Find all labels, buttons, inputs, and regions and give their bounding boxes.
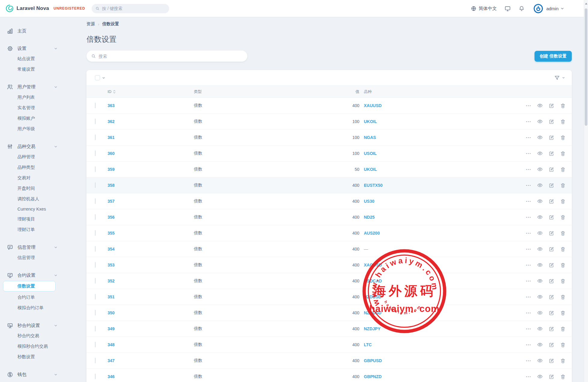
sidebar-item[interactable]: 理财订单 bbox=[7, 224, 69, 235]
view-eye-icon[interactable] bbox=[537, 150, 543, 156]
row-id-link[interactable]: 351 bbox=[108, 294, 194, 299]
row-id-link[interactable]: 350 bbox=[108, 310, 194, 315]
more-actions-icon[interactable] bbox=[526, 230, 531, 236]
table-row[interactable]: 360 倍数 100 USOIL bbox=[87, 146, 572, 162]
sidebar-item[interactable]: 交易对 bbox=[7, 173, 69, 183]
delete-trash-icon[interactable] bbox=[560, 230, 566, 236]
sidebar-item[interactable]: 秒合约交易 bbox=[7, 331, 69, 341]
chevron-down-icon[interactable] bbox=[54, 85, 58, 89]
row-id-link[interactable]: 346 bbox=[108, 374, 194, 379]
delete-trash-icon[interactable] bbox=[560, 246, 566, 252]
delete-trash-icon[interactable] bbox=[560, 167, 566, 172]
row-symbol-link[interactable]: NGAS bbox=[359, 135, 515, 140]
view-eye-icon[interactable] bbox=[537, 342, 543, 348]
row-id-link[interactable]: 360 bbox=[108, 151, 194, 156]
more-actions-icon[interactable] bbox=[526, 294, 531, 300]
row-id-link[interactable]: 354 bbox=[108, 247, 194, 251]
sidebar-item[interactable]: Currency Kxes bbox=[7, 204, 69, 214]
sidebar-item[interactable]: 模拟账户 bbox=[7, 113, 69, 124]
row-checkbox[interactable] bbox=[95, 214, 96, 220]
sidebar-item[interactable]: 用户等级 bbox=[7, 124, 69, 134]
scrollbar-up-arrow[interactable] bbox=[585, 3, 587, 5]
chevron-down-icon[interactable] bbox=[560, 7, 564, 11]
chevron-down-icon[interactable] bbox=[54, 145, 58, 149]
row-checkbox[interactable] bbox=[95, 278, 96, 284]
edit-pencil-icon[interactable] bbox=[549, 183, 554, 188]
row-symbol-link[interactable]: LTC bbox=[359, 342, 515, 347]
table-row[interactable]: 347 倍数 400 GBPUSD bbox=[87, 353, 572, 369]
row-symbol-link[interactable]: GBPUSD bbox=[359, 358, 515, 363]
more-actions-icon[interactable] bbox=[526, 151, 531, 156]
row-symbol-link[interactable]: EUSTX50 bbox=[359, 183, 515, 188]
row-symbol-link[interactable]: NZDJPY bbox=[359, 326, 515, 331]
row-checkbox[interactable] bbox=[95, 262, 96, 268]
edit-pencil-icon[interactable] bbox=[549, 246, 554, 252]
table-row[interactable]: 359 倍数 50 UKOIL bbox=[87, 162, 572, 177]
chevron-down-icon[interactable] bbox=[54, 373, 58, 377]
delete-trash-icon[interactable] bbox=[560, 358, 566, 364]
language-switcher[interactable]: 简体中文 bbox=[471, 6, 497, 11]
view-eye-icon[interactable] bbox=[537, 214, 543, 220]
sidebar-group-header[interactable]: 钱包 bbox=[7, 369, 69, 380]
more-actions-icon[interactable] bbox=[526, 262, 531, 268]
row-symbol-link[interactable]: AUS200 bbox=[359, 231, 515, 236]
sidebar-item[interactable]: 秒数设置 bbox=[7, 352, 69, 362]
edit-pencil-icon[interactable] bbox=[549, 358, 554, 364]
edit-pencil-icon[interactable] bbox=[549, 310, 554, 316]
delete-trash-icon[interactable] bbox=[560, 135, 566, 140]
row-id-link[interactable]: 361 bbox=[108, 135, 194, 140]
view-eye-icon[interactable] bbox=[537, 246, 543, 252]
row-symbol-link[interactable]: USOIL bbox=[359, 151, 515, 156]
column-header-id[interactable]: ID bbox=[108, 89, 194, 94]
row-checkbox[interactable] bbox=[95, 310, 96, 316]
sidebar-item[interactable]: 开盘时间 bbox=[7, 183, 69, 194]
scrollbar-thumb[interactable] bbox=[585, 8, 587, 126]
more-actions-icon[interactable] bbox=[526, 358, 531, 364]
page-scrollbar[interactable] bbox=[584, 0, 588, 382]
view-eye-icon[interactable] bbox=[537, 230, 543, 236]
more-actions-icon[interactable] bbox=[526, 342, 531, 348]
breadcrumb-resources-link[interactable]: 资源 bbox=[87, 21, 95, 27]
more-actions-icon[interactable] bbox=[526, 374, 531, 380]
row-checkbox[interactable] bbox=[95, 103, 96, 108]
delete-trash-icon[interactable] bbox=[560, 310, 566, 316]
view-eye-icon[interactable] bbox=[537, 278, 543, 284]
row-checkbox[interactable] bbox=[95, 246, 96, 252]
row-checkbox[interactable] bbox=[95, 182, 96, 188]
edit-pencil-icon[interactable] bbox=[549, 214, 554, 220]
delete-trash-icon[interactable] bbox=[560, 262, 566, 268]
row-checkbox[interactable] bbox=[95, 166, 96, 172]
row-checkbox[interactable] bbox=[95, 342, 96, 347]
edit-pencil-icon[interactable] bbox=[549, 151, 554, 156]
table-row[interactable]: 353 倍数 400 XAGUSD bbox=[87, 257, 572, 273]
table-row[interactable]: 357 倍数 400 US30 bbox=[87, 193, 572, 209]
global-search[interactable] bbox=[92, 4, 169, 13]
delete-trash-icon[interactable] bbox=[560, 374, 566, 380]
delete-trash-icon[interactable] bbox=[560, 151, 566, 156]
delete-trash-icon[interactable] bbox=[560, 199, 566, 204]
edit-pencil-icon[interactable] bbox=[549, 119, 554, 125]
row-checkbox[interactable] bbox=[95, 326, 96, 331]
sidebar-item[interactable]: 站点设置 bbox=[7, 54, 69, 64]
delete-trash-icon[interactable] bbox=[560, 119, 566, 125]
view-eye-icon[interactable] bbox=[537, 134, 543, 140]
row-id-link[interactable]: 356 bbox=[108, 215, 194, 220]
sidebar-group-header[interactable]: 合约设置 bbox=[7, 270, 69, 280]
edit-pencil-icon[interactable] bbox=[549, 103, 554, 109]
sidebar-item[interactable]: 信息管理 bbox=[7, 252, 69, 263]
table-row[interactable]: 361 倍数 100 NGAS bbox=[87, 130, 572, 146]
table-row[interactable]: 362 倍数 100 UKOIL bbox=[87, 114, 572, 130]
sidebar-group-header[interactable]: 用户管理 bbox=[7, 82, 69, 92]
view-eye-icon[interactable] bbox=[537, 326, 543, 332]
row-symbol-link[interactable]: USDCAD bbox=[359, 279, 515, 283]
sidebar-group-header[interactable]: 设置 bbox=[7, 43, 69, 54]
more-actions-icon[interactable] bbox=[526, 278, 531, 284]
more-actions-icon[interactable] bbox=[526, 167, 531, 172]
view-eye-icon[interactable] bbox=[537, 166, 543, 172]
brand[interactable]: Laravel Nova bbox=[5, 4, 49, 13]
more-actions-icon[interactable] bbox=[526, 310, 531, 316]
sidebar-item[interactable]: 合约订单 bbox=[7, 292, 69, 303]
chevron-down-icon[interactable] bbox=[562, 76, 565, 79]
chevron-down-icon[interactable] bbox=[102, 76, 105, 80]
monitor-icon[interactable] bbox=[504, 5, 511, 12]
